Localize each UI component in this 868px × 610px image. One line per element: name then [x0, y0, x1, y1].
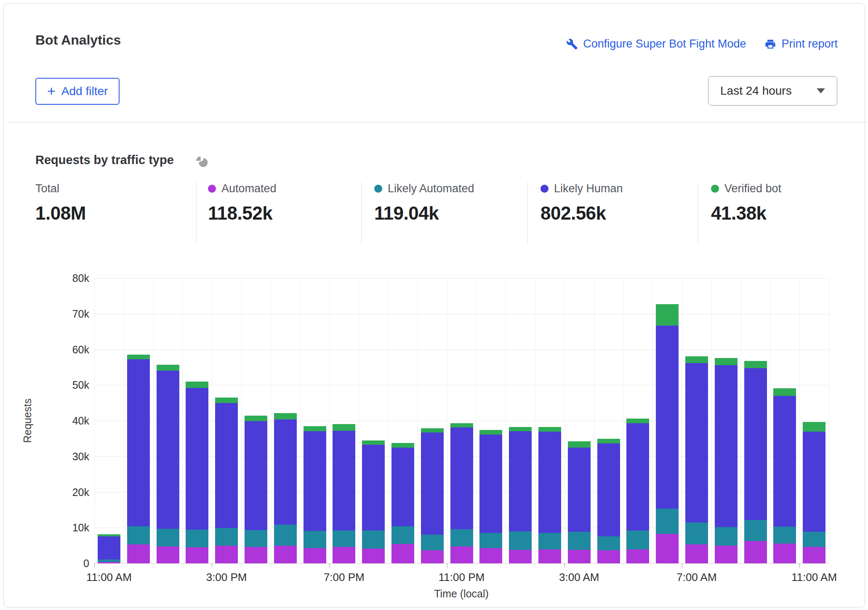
- configure-link-label: Configure Super Bot Fight Mode: [583, 37, 746, 50]
- legend-dot-verified-bot: [711, 185, 719, 193]
- segment-verified-bot: [715, 358, 738, 365]
- x-tick-label: 3:00 AM: [559, 571, 599, 584]
- bar-200pm[interactable]: [186, 382, 208, 563]
- stat-likely-automated-value: 119.04k: [374, 203, 474, 224]
- segment-verified-bot: [479, 430, 502, 435]
- stat-automated-label: Automated: [221, 182, 277, 195]
- segment-automated: [186, 547, 208, 563]
- segment-automated: [685, 544, 708, 563]
- bar-400am[interactable]: [597, 439, 620, 563]
- bar-300am[interactable]: [568, 441, 591, 563]
- segment-likely-human: [304, 431, 326, 530]
- bar-200am[interactable]: [538, 427, 561, 563]
- stat-likely-human: Likely Human 802.56k: [541, 182, 623, 244]
- bar-700am[interactable]: [685, 356, 708, 563]
- bar-1200pm[interactable]: [127, 355, 150, 563]
- segment-automated: [803, 547, 825, 563]
- gridline: [300, 278, 301, 563]
- x-tick: [212, 563, 212, 568]
- print-report-link[interactable]: Print report: [764, 37, 838, 50]
- segment-automated: [274, 546, 297, 563]
- gridline: [94, 314, 829, 314]
- x-tick: [682, 563, 682, 568]
- segment-likely-human: [597, 443, 620, 536]
- segment-likely-automated: [656, 509, 679, 533]
- pie-chart-icon: [195, 155, 209, 170]
- bar-1000am[interactable]: [773, 388, 796, 563]
- bar-700pm[interactable]: [333, 424, 355, 563]
- segment-likely-human: [656, 326, 679, 509]
- stat-automated-value: 118.52k: [208, 203, 277, 224]
- segment-verified-bot: [391, 443, 414, 448]
- bar-100am[interactable]: [509, 427, 532, 563]
- bar-800am[interactable]: [715, 358, 738, 563]
- segment-verified-bot: [744, 361, 767, 368]
- bar-800pm[interactable]: [362, 440, 385, 563]
- segment-likely-automated: [744, 520, 767, 541]
- print-link-label: Print report: [781, 37, 838, 50]
- gridline: [388, 278, 389, 563]
- wrench-icon: [566, 38, 578, 50]
- bar-600pm[interactable]: [304, 426, 326, 563]
- stat-automated: Automated 118.52k: [208, 182, 277, 244]
- bar-300pm[interactable]: [215, 398, 238, 563]
- segment-automated: [450, 546, 473, 563]
- stat-likely-human-value: 802.56k: [541, 203, 623, 224]
- segment-likely-automated: [127, 526, 150, 544]
- bar-1000pm[interactable]: [421, 428, 444, 563]
- bar-1100pm[interactable]: [450, 423, 473, 563]
- legend-dot-automated: [208, 185, 216, 193]
- segment-verified-bot: [186, 382, 208, 388]
- legend-dot-likely-automated: [374, 185, 382, 193]
- segment-automated: [421, 550, 444, 563]
- x-tick: [329, 563, 330, 568]
- segment-verified-bot: [421, 428, 444, 432]
- segment-verified-bot: [656, 304, 679, 326]
- segment-automated: [479, 548, 502, 563]
- bar-500am[interactable]: [626, 419, 649, 563]
- y-tick-label: 30k: [72, 450, 89, 462]
- bar-1100am[interactable]: [803, 422, 825, 563]
- stat-likely-human-label: Likely Human: [554, 182, 623, 195]
- y-tick-label: 20k: [72, 486, 89, 498]
- bar-1100am[interactable]: [98, 534, 120, 563]
- segment-likely-human: [626, 423, 649, 530]
- configure-super-bot-fight-mode-link[interactable]: Configure Super Bot Fight Mode: [566, 37, 746, 50]
- gridline: [153, 278, 154, 563]
- x-tick-label: 11:00 AM: [86, 571, 132, 584]
- page-title: Bot Analytics: [35, 32, 121, 48]
- printer-icon: [764, 38, 776, 50]
- segment-likely-automated: [685, 522, 708, 544]
- segment-likely-human: [215, 403, 238, 528]
- segment-verified-bot: [450, 423, 473, 427]
- segment-automated: [715, 546, 738, 563]
- segment-likely-human: [509, 431, 532, 531]
- x-tick-label: 7:00 AM: [676, 571, 716, 584]
- stat-verified-bot-label: Verified bot: [724, 182, 781, 195]
- x-tick-label: 11:00 PM: [439, 571, 485, 584]
- gridline: [241, 278, 242, 563]
- bar-600am[interactable]: [656, 304, 679, 563]
- header-links: Configure Super Bot Fight Mode Print rep…: [566, 37, 838, 50]
- segment-verified-bot: [538, 427, 561, 432]
- segment-verified-bot: [803, 422, 825, 432]
- time-range-value: Last 24 hours: [720, 84, 792, 98]
- segment-likely-automated: [274, 525, 297, 546]
- time-range-select[interactable]: Last 24 hours: [708, 76, 837, 106]
- add-filter-button[interactable]: + Add filter: [35, 78, 120, 105]
- add-filter-label: Add filter: [61, 85, 108, 98]
- segment-automated: [773, 544, 796, 563]
- segment-automated: [597, 550, 620, 563]
- gridline: [799, 278, 800, 563]
- segment-likely-human: [391, 448, 414, 526]
- bar-500pm[interactable]: [274, 413, 297, 563]
- segment-verified-bot: [568, 441, 591, 448]
- bar-900pm[interactable]: [391, 443, 414, 563]
- segment-automated: [626, 549, 649, 563]
- segment-likely-automated: [509, 531, 532, 550]
- bar-100pm[interactable]: [157, 365, 179, 563]
- bar-400pm[interactable]: [245, 416, 267, 563]
- bar-1200am[interactable]: [479, 430, 502, 563]
- segment-likely-human: [685, 363, 708, 523]
- bar-900am[interactable]: [744, 361, 767, 563]
